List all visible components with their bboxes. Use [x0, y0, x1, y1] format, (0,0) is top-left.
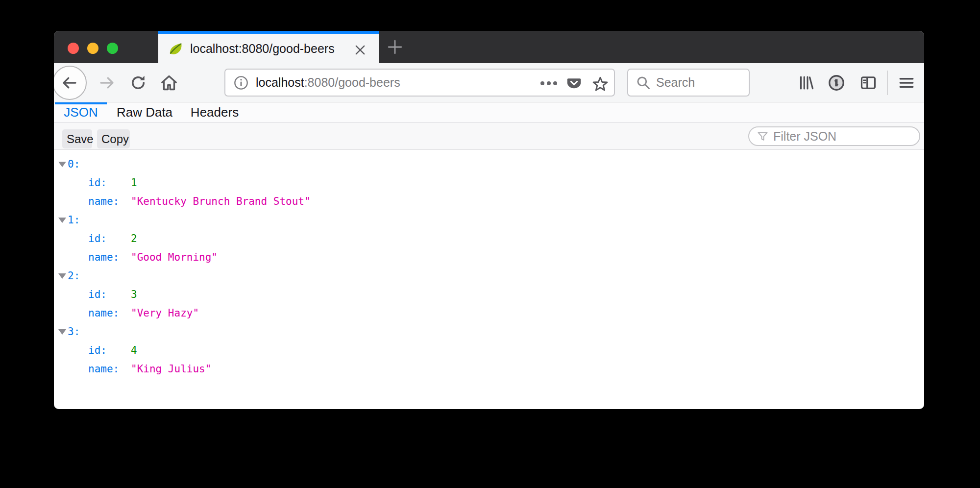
property-value-string: "King Julius": [131, 363, 211, 375]
url-bar[interactable]: localhost:8080/good-beers: [224, 69, 615, 97]
copy-button[interactable]: Copy: [97, 129, 130, 148]
sidebar-icon[interactable]: [859, 74, 877, 92]
search-bar[interactable]: [627, 69, 750, 97]
url-host: localhost: [256, 75, 304, 89]
property-key: name:: [88, 195, 131, 207]
tree-row-id[interactable]: id: 1: [54, 173, 924, 192]
tree-row-name[interactable]: name: "Very Hazy": [54, 304, 924, 322]
pocket-icon[interactable]: [566, 75, 582, 92]
site-info-icon[interactable]: [233, 75, 249, 91]
property-value-string: "Very Hazy": [131, 307, 199, 319]
property-key: id:: [88, 177, 131, 189]
url-path: :8080/good-beers: [304, 75, 400, 89]
tree-row-id[interactable]: id: 2: [54, 229, 924, 248]
collapse-triangle-icon[interactable]: [58, 218, 66, 223]
json-toolbar: Save Copy: [54, 123, 924, 150]
ellipsis-dot: [553, 81, 557, 85]
tab-close-icon[interactable]: [353, 43, 367, 57]
tab-raw-data[interactable]: Raw Data: [113, 102, 176, 122]
tree-row-index[interactable]: 1:: [54, 211, 924, 229]
tree-row-name[interactable]: name: "Kentucky Brunch Brand Stout": [54, 192, 924, 211]
search-input[interactable]: [656, 75, 735, 90]
traffic-lights: [68, 43, 118, 54]
toolbar-divider: [887, 71, 888, 95]
page-actions-button[interactable]: [540, 81, 557, 85]
collapse-triangle-icon[interactable]: [58, 273, 66, 279]
filter-json-box[interactable]: [748, 126, 920, 146]
property-key: name:: [88, 363, 131, 375]
array-index: 2:: [68, 270, 80, 282]
bookmark-star-icon[interactable]: [591, 75, 609, 93]
json-viewer-tabs: JSON Raw Data Headers: [54, 102, 924, 123]
collapse-triangle-icon[interactable]: [58, 329, 66, 335]
back-button[interactable]: [54, 66, 87, 100]
property-key: name:: [88, 307, 131, 319]
property-key: id:: [88, 344, 131, 356]
array-index: 3:: [68, 326, 80, 338]
new-tab-button[interactable]: [387, 39, 403, 55]
property-value-string: "Good Morning": [131, 251, 218, 263]
save-button[interactable]: Save: [62, 129, 92, 148]
browser-window: localhost:8080/good-beers: [54, 31, 924, 409]
minimize-window-button[interactable]: [87, 43, 98, 54]
ellipsis-dot: [540, 81, 544, 85]
close-window-button[interactable]: [68, 43, 79, 54]
tab-title: localhost:8080/good-beers: [190, 42, 335, 56]
property-value-number: 3: [131, 289, 137, 300]
tab-json[interactable]: JSON: [54, 102, 108, 122]
property-value-number: 1: [131, 177, 137, 189]
zoom-window-button[interactable]: [107, 43, 118, 54]
collapse-triangle-icon[interactable]: [58, 162, 66, 167]
back-arrow-icon: [61, 74, 78, 92]
onepassword-icon[interactable]: [828, 74, 845, 92]
tree-row-name[interactable]: name: "King Julius": [54, 360, 924, 378]
filter-json-input[interactable]: [773, 129, 910, 144]
tab-bar: localhost:8080/good-beers: [54, 31, 924, 63]
tree-row-name[interactable]: name: "Good Morning": [54, 248, 924, 267]
search-icon: [636, 75, 651, 91]
browser-tab[interactable]: localhost:8080/good-beers: [158, 31, 379, 63]
array-index: 1:: [68, 214, 80, 226]
tree-row-index[interactable]: 0:: [54, 155, 924, 173]
property-key: name:: [88, 251, 131, 263]
filter-funnel-icon: [756, 130, 769, 143]
property-key: id:: [88, 233, 131, 244]
home-button[interactable]: [160, 74, 178, 92]
hamburger-menu-icon[interactable]: [898, 74, 915, 92]
url-text[interactable]: localhost:8080/good-beers: [256, 75, 400, 90]
property-value-string: "Kentucky Brunch Brand Stout": [131, 195, 311, 207]
property-value-number: 2: [131, 233, 137, 244]
tree-row-id[interactable]: id: 4: [54, 341, 924, 360]
property-value-number: 4: [131, 344, 137, 356]
tree-row-index[interactable]: 2:: [54, 267, 924, 285]
property-key: id:: [88, 289, 131, 300]
array-index: 0:: [68, 158, 80, 170]
tab-headers[interactable]: Headers: [185, 102, 244, 122]
json-tree: 0: id: 1 name: "Kentucky Brunch Brand St…: [54, 150, 924, 378]
library-icon[interactable]: [797, 74, 815, 92]
forward-button[interactable]: [98, 74, 116, 92]
navigation-toolbar: localhost:8080/good-beers: [54, 63, 924, 102]
ellipsis-dot: [547, 81, 551, 85]
refresh-button[interactable]: [129, 74, 147, 92]
spring-leaf-icon: [168, 41, 183, 56]
tree-row-id[interactable]: id: 3: [54, 285, 924, 304]
tree-row-index[interactable]: 3:: [54, 322, 924, 341]
